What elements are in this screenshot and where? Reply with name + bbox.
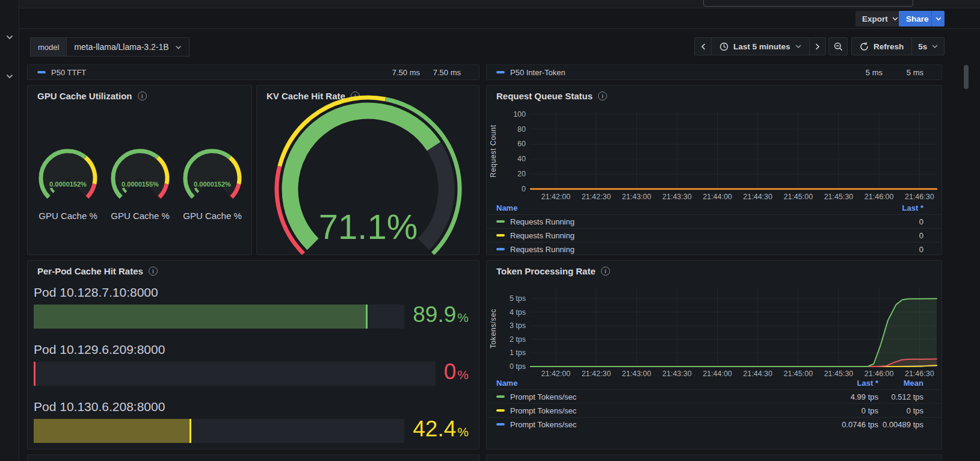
legend-series-name[interactable]: Requests Running	[510, 231, 883, 240]
refresh-interval-dropdown[interactable]: 5s	[911, 38, 944, 55]
legend-column-last[interactable]: Last *	[824, 379, 878, 388]
zoom-out-button[interactable]	[829, 38, 847, 55]
legend-swatch	[496, 220, 505, 223]
refresh-interval-value: 5s	[918, 42, 927, 51]
time-range-picker[interactable]: Last 5 minutes	[711, 38, 809, 55]
panel-title[interactable]: GPU Cache Utilization	[37, 91, 132, 101]
svg-text:21:45:30: 21:45:30	[824, 370, 854, 378]
time-nav-group: Last 5 minutes	[694, 37, 826, 55]
pod-bar-value: 89.9%	[413, 303, 469, 330]
pod-bar-value-unit: %	[457, 363, 469, 387]
legend-series-name[interactable]: P50 TTFT	[51, 68, 379, 77]
legend-swatch	[496, 409, 505, 412]
svg-text:20: 20	[517, 170, 526, 178]
refresh-group: Refresh 5s	[851, 37, 945, 55]
svg-text:21:45:00: 21:45:00	[783, 370, 813, 378]
svg-text:21:43:00: 21:43:00	[622, 193, 652, 201]
legend-row: P50 TTFT 7.50 ms 7.50 ms	[28, 64, 479, 79]
pod-bar-fill	[34, 419, 191, 443]
export-button[interactable]: Export	[855, 11, 905, 26]
legend-series-name[interactable]: Prompt Tokens/sec	[510, 406, 824, 415]
svg-text:100: 100	[513, 110, 526, 119]
legend-swatch	[496, 423, 505, 426]
queue-chart: 02040608010021:42:0021:42:3021:43:0021:4…	[487, 107, 942, 209]
panel-title[interactable]: Token Processing Rate	[496, 266, 596, 276]
token-processing-rate-panel: Token Processing Rate i Tokens/sec 0 tps…	[486, 260, 942, 450]
pod-bar-row: 0%	[34, 360, 469, 387]
gpu-gauges: 0.0000152%GPU Cache %0.0000155%GPU Cache…	[32, 148, 248, 221]
gpu-gauge: 0.0000152%	[32, 148, 104, 202]
svg-text:0.0000155%: 0.0000155%	[122, 181, 159, 188]
kv-gauge: 71.1%	[257, 93, 479, 255]
gauge: 0.0000152%GPU Cache %	[32, 148, 104, 221]
legend-column-name[interactable]: Name	[496, 379, 517, 388]
top-strip	[19, 0, 980, 8]
share-button[interactable]: Share	[899, 11, 936, 26]
time-shift-forward-button[interactable]	[809, 38, 825, 55]
legend-row: Requests Running0	[487, 228, 941, 242]
chevron-down-icon	[935, 16, 941, 21]
search-input[interactable]	[703, 0, 913, 7]
clock-icon	[720, 42, 729, 51]
pod-bar-cap	[190, 419, 191, 443]
svg-text:21:46:30: 21:46:30	[905, 370, 934, 378]
info-icon[interactable]: i	[601, 267, 610, 276]
refresh-button-label: Refresh	[874, 42, 904, 51]
legend-series-name[interactable]: Prompt Tokens/sec	[510, 392, 824, 401]
legend-last-value: 0	[883, 231, 923, 240]
model-variable-label: model	[30, 37, 66, 57]
legend-last-value: 0	[883, 245, 923, 254]
legend-series-name[interactable]: Requests Running	[510, 245, 883, 254]
legend-last-value: 7.50 ms	[379, 68, 420, 77]
legend-header: NameLast *	[487, 203, 941, 214]
gpu-gauge: 0.0000152%	[176, 148, 248, 202]
legend-swatch	[37, 71, 46, 74]
svg-text:4 tps: 4 tps	[510, 308, 526, 317]
pod-bar-label: Pod 10.129.6.209:8000	[34, 342, 469, 357]
pod-bar-value: 0%	[444, 360, 469, 387]
time-range-label: Last 5 minutes	[733, 42, 790, 51]
legend-series-name[interactable]: Requests Running	[510, 217, 883, 226]
p50-ttft-panel: P50 TTFT 7.50 ms 7.50 ms	[27, 64, 479, 80]
legend-row: Prompt Tokens/sec4.99 tps0.512 tps	[487, 389, 941, 403]
model-variable-dropdown[interactable]: meta-llama/Llama-3.2-1B	[66, 37, 189, 57]
left-sidebar	[0, 0, 19, 461]
scrollbar-thumb[interactable]	[964, 65, 969, 89]
pod-bar-label: Pod 10.130.6.208:8000	[34, 399, 469, 415]
svg-text:0.0000152%: 0.0000152%	[194, 181, 231, 188]
gpu-cache-utilization-panel: GPU Cache Utilization i 0.0000152%GPU Ca…	[27, 85, 252, 255]
info-icon[interactable]: i	[149, 267, 158, 276]
legend-row: P50 Inter-Token 5 ms 5 ms	[487, 64, 941, 79]
svg-text:3 tps: 3 tps	[510, 321, 526, 330]
panel-title[interactable]: Per-Pod Cache Hit Rates	[37, 266, 143, 276]
time-shift-back-button[interactable]	[695, 38, 711, 55]
refresh-button[interactable]: Refresh	[852, 38, 911, 55]
info-icon[interactable]: i	[138, 91, 147, 101]
chevron-down-icon	[892, 16, 898, 21]
svg-text:21:44:00: 21:44:00	[703, 193, 732, 201]
svg-text:21:42:30: 21:42:30	[582, 193, 611, 201]
legend-column-last[interactable]: Last *	[883, 203, 923, 212]
legend-column-mean[interactable]: Mean	[878, 379, 923, 388]
svg-text:1 tps: 1 tps	[510, 348, 526, 357]
per-pod-cache-hit-rates-panel: Per-Pod Cache Hit Rates i Pod 10.128.7.1…	[27, 260, 479, 450]
share-menu-button[interactable]	[931, 11, 945, 26]
chevron-down-icon[interactable]	[5, 72, 14, 82]
pod-bar-value-number: 42.4	[413, 417, 456, 441]
legend-series-name[interactable]: Prompt Tokens/sec	[510, 420, 824, 429]
pod-bar-row: 89.9%	[34, 303, 469, 330]
gauge: 0.0000155%GPU Cache %	[104, 148, 176, 221]
svg-text:21:42:00: 21:42:00	[541, 193, 571, 201]
legend-row: Requests Running0	[487, 242, 941, 255]
legend-last-value: 4.99 tps	[824, 392, 878, 401]
info-icon[interactable]: i	[598, 91, 607, 101]
legend-column-name[interactable]: Name	[496, 203, 517, 212]
chevron-down-icon[interactable]	[5, 32, 14, 43]
svg-text:21:46:00: 21:46:00	[864, 370, 894, 378]
zoom-out-icon	[834, 42, 843, 51]
panel-title[interactable]: Request Queue Status	[496, 91, 593, 101]
legend-last-value: 0.0746 tps	[824, 420, 878, 429]
legend-swatch	[496, 395, 505, 398]
refresh-icon	[860, 42, 869, 51]
legend-series-name[interactable]: P50 Inter-Token	[510, 68, 842, 77]
